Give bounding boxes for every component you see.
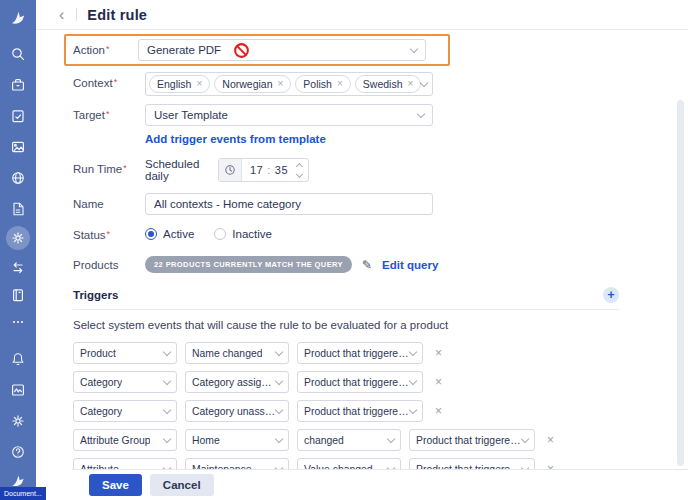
pencil-icon: ✎: [362, 259, 372, 271]
trigger-remove-icon[interactable]: ×: [435, 376, 442, 388]
products-row: Products 22 PRODUCTS CURRENTLY MATCH THE…: [73, 254, 688, 273]
trigger-select-value: Category: [80, 406, 122, 417]
trigger-remove-icon[interactable]: ×: [435, 347, 442, 359]
chevron-down-icon: [163, 405, 171, 413]
trigger-select-value: Product that triggered event: [416, 435, 522, 446]
context-row: Context English×Norwegian×Polish×Swedish…: [73, 72, 688, 96]
run-time-row: Run Time Scheduled daily 17 : 35: [73, 158, 688, 182]
trigger-select[interactable]: Category assigned: [185, 371, 289, 393]
context-tag[interactable]: Swedish×: [355, 75, 422, 93]
trigger-select[interactable]: Name changed: [185, 342, 289, 364]
tag-remove-icon[interactable]: ×: [278, 79, 284, 89]
spinner-down-icon[interactable]: [296, 170, 303, 177]
trigger-remove-icon[interactable]: ×: [547, 434, 554, 446]
target-select[interactable]: User Template: [145, 104, 433, 126]
context-select[interactable]: English×Norwegian×Polish×Swedish×: [145, 72, 433, 96]
context-label: Context: [73, 72, 145, 89]
chevron-down-icon: [409, 405, 417, 413]
run-time-mode: Scheduled daily: [145, 158, 218, 182]
tag-remove-icon[interactable]: ×: [337, 79, 343, 89]
add-trigger-events-link[interactable]: Add trigger events from template: [145, 133, 326, 145]
chevron-down-icon: [409, 347, 417, 355]
chevron-down-icon: [275, 376, 283, 384]
settings-gear-icon[interactable]: [10, 413, 26, 429]
trigger-select[interactable]: Attribute Group: [73, 429, 177, 451]
plugins-gear-icon-active[interactable]: [6, 226, 30, 250]
context-tag-label: English: [157, 78, 191, 90]
catalog-book-icon[interactable]: [10, 287, 26, 303]
cancel-button[interactable]: Cancel: [150, 474, 214, 496]
help-icon[interactable]: [10, 444, 26, 460]
page-title: Edit rule: [87, 7, 147, 23]
trigger-select[interactable]: Product that triggered event: [297, 400, 423, 422]
tag-remove-icon[interactable]: ×: [408, 79, 414, 89]
context-tag-label: Polish: [303, 78, 332, 90]
triggers-title: Triggers: [73, 289, 118, 301]
add-trigger-button[interactable]: +: [603, 287, 619, 303]
chevron-down-icon: [409, 376, 417, 384]
image-icon[interactable]: [10, 139, 26, 155]
trigger-select-value: Category: [80, 377, 122, 388]
trigger-select-value: Product that triggered event: [304, 377, 410, 388]
status-row: Status Active Inactive: [73, 224, 688, 241]
action-select[interactable]: Generate PDF: [138, 39, 426, 61]
chevron-down-icon: [387, 434, 395, 442]
radio-active[interactable]: Active: [145, 228, 194, 240]
vertical-scrollbar[interactable]: [677, 100, 684, 466]
trigger-row: ProductName changedProduct that triggere…: [73, 342, 619, 364]
document-tooltip: Document...: [0, 487, 46, 500]
trigger-select[interactable]: Home: [185, 429, 289, 451]
trigger-select[interactable]: Product that triggered event: [297, 342, 423, 364]
trigger-row: Attribute GroupHomechangedProduct that t…: [73, 429, 619, 451]
tag-remove-icon[interactable]: ×: [196, 79, 202, 89]
time-picker[interactable]: 17 : 35: [218, 158, 309, 182]
more-ellipsis-icon[interactable]: [10, 314, 26, 330]
sidebar: [0, 0, 36, 500]
chevron-down-icon: [163, 347, 171, 355]
tasks-clipboard-icon[interactable]: [10, 108, 26, 124]
trigger-select[interactable]: Product: [73, 342, 177, 364]
time-hour: 17: [250, 164, 263, 176]
trigger-select[interactable]: Category: [73, 400, 177, 422]
target-controls: User Template Add trigger events from te…: [145, 104, 433, 147]
products-match-badge: 22 PRODUCTS CURRENTLY MATCH THE QUERY: [145, 256, 352, 273]
context-tag-label: Norwegian: [222, 78, 272, 90]
time-spinner[interactable]: [296, 164, 308, 177]
trigger-select[interactable]: Product that triggered event: [409, 429, 535, 451]
name-input[interactable]: [145, 193, 433, 215]
context-tag[interactable]: Polish×: [295, 75, 350, 93]
edit-query-link[interactable]: Edit query: [382, 259, 438, 271]
app-logo-icon[interactable]: [8, 8, 28, 28]
spinner-up-icon[interactable]: [296, 162, 303, 169]
trigger-select-value: Name changed: [192, 348, 262, 359]
run-time-controls: Scheduled daily 17 : 35: [145, 158, 309, 182]
edit-rule-form: Action Generate PDF Context English×Norw…: [36, 30, 688, 480]
time-minute: 35: [275, 164, 288, 176]
radio-unselected-icon: [214, 228, 226, 240]
trigger-select[interactable]: Product that triggered event: [297, 371, 423, 393]
radio-selected-icon: [145, 228, 157, 240]
briefcase-icon[interactable]: [10, 77, 26, 93]
context-tag[interactable]: Norwegian×: [214, 75, 291, 93]
chevron-down-icon: [420, 78, 428, 86]
trigger-select[interactable]: changed: [297, 429, 401, 451]
search-icon[interactable]: [10, 46, 26, 62]
not-allowed-cursor-icon: [233, 42, 250, 61]
trigger-select[interactable]: Category: [73, 371, 177, 393]
trigger-select-value: Product that triggered event: [304, 348, 410, 359]
reports-chart-icon[interactable]: [10, 382, 26, 398]
notifications-bell-icon[interactable]: [10, 351, 26, 367]
trigger-select[interactable]: Category unassigned: [185, 400, 289, 422]
trigger-remove-icon[interactable]: ×: [435, 405, 442, 417]
globe-icon[interactable]: [10, 170, 26, 186]
back-chevron-icon[interactable]: ‹: [57, 7, 66, 23]
chevron-down-icon: [275, 405, 283, 413]
swap-arrows-icon[interactable]: [10, 260, 26, 276]
chevron-down-icon: [417, 109, 425, 117]
context-tag[interactable]: English×: [149, 75, 210, 93]
trigger-row: CategoryCategory assignedProduct that tr…: [73, 371, 619, 393]
radio-inactive[interactable]: Inactive: [214, 228, 272, 240]
clock-icon: [219, 159, 242, 181]
pdf-file-icon[interactable]: [10, 201, 26, 217]
save-button[interactable]: Save: [89, 474, 142, 496]
